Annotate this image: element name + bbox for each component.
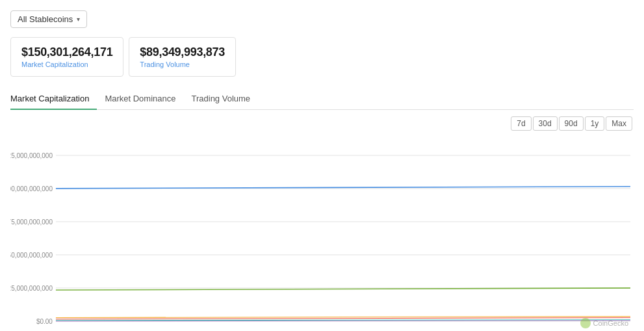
- time-btn-90d[interactable]: 90d: [559, 116, 584, 131]
- trading-volume-card: $89,349,993,873 Trading Volume: [129, 37, 236, 77]
- stats-row: $150,301,264,171 Market Capitalization $…: [10, 37, 634, 77]
- svg-line-9: [56, 318, 630, 319]
- y-label-25b: $25,000,000,000: [10, 285, 53, 292]
- chart-svg: $125,000,000,000 $100,000,000,000 $75,00…: [10, 135, 634, 331]
- trading-volume-label: Trading Volume: [140, 60, 225, 68]
- svg-line-8: [56, 316, 630, 317]
- y-label-0: $0.00: [36, 318, 53, 325]
- watermark: CoinGecko: [580, 318, 628, 328]
- tab-market-cap[interactable]: Market Capitalization: [10, 88, 97, 110]
- tab-market-dominance[interactable]: Market Dominance: [105, 88, 183, 110]
- time-btn-30d[interactable]: 30d: [533, 116, 558, 131]
- time-btn-1y[interactable]: 1y: [585, 116, 605, 131]
- stablecoin-dropdown[interactable]: All Stablecoins ▾: [10, 10, 87, 28]
- tab-trading-volume[interactable]: Trading Volume: [192, 88, 259, 110]
- watermark-text: CoinGecko: [593, 319, 628, 327]
- dropdown-label: All Stablecoins: [18, 14, 73, 24]
- chart-area: $125,000,000,000 $100,000,000,000 $75,00…: [10, 135, 634, 331]
- time-btn-7d[interactable]: 7d: [511, 116, 531, 131]
- market-cap-value: $150,301,264,171: [21, 46, 112, 59]
- market-cap-label: Market Capitalization: [21, 60, 112, 68]
- time-btn-max[interactable]: Max: [606, 116, 632, 131]
- time-range-row: 7d 30d 90d 1y Max: [10, 116, 634, 131]
- chevron-down-icon: ▾: [77, 16, 80, 23]
- tabs-row: Market Capitalization Market Dominance T…: [10, 88, 634, 110]
- y-label-125b: $125,000,000,000: [10, 152, 53, 159]
- main-container: All Stablecoins ▾ $150,301,264,171 Marke…: [0, 0, 644, 331]
- y-label-75b: $75,000,000,000: [10, 218, 53, 226]
- coingecko-logo: [580, 318, 591, 328]
- y-label-100b: $100,000,000,000: [10, 185, 53, 192]
- market-cap-card: $150,301,264,171 Market Capitalization: [10, 37, 123, 77]
- trading-volume-value: $89,349,993,873: [140, 46, 225, 59]
- y-label-50b: $50,000,000,000: [10, 252, 53, 259]
